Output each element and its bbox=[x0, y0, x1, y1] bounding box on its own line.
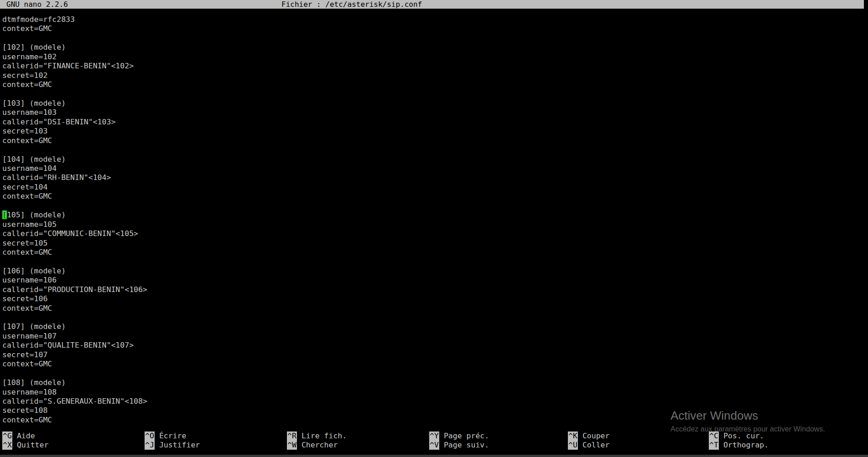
editor-line: callerid="RH-BENIN"<104> bbox=[2, 173, 868, 182]
editor-line: username=106 bbox=[2, 276, 868, 285]
shortcut-key: ^O bbox=[145, 431, 155, 441]
shortcut-item: ^GAide bbox=[2, 431, 35, 441]
editor-line bbox=[2, 145, 868, 154]
editor-line: context=GMC bbox=[2, 248, 868, 257]
shortcut-label: Chercher bbox=[301, 441, 338, 449]
shortcut-label: Couper bbox=[582, 431, 610, 440]
shortcut-key: ^Y bbox=[429, 431, 439, 441]
shortcut-item: ^RLire fich. bbox=[287, 431, 347, 441]
editor-line: username=102 bbox=[2, 52, 868, 62]
editor-line: callerid="COMMUNIC-BENIN"<105> bbox=[2, 229, 868, 238]
shortcut-item: ^OÉcrire bbox=[145, 431, 186, 441]
shortcut-item: ^XQuitter bbox=[2, 441, 48, 450]
editor-line: context=GMC bbox=[2, 359, 868, 369]
shortcut-item: ^CPos. cur. bbox=[709, 431, 764, 441]
shortcut-item: ^UColler bbox=[568, 441, 609, 450]
editor-line: dtmfmode=rfc2833 bbox=[2, 15, 868, 24]
shortcut-item: ^TOrthograp. bbox=[709, 441, 769, 450]
editor-line: [105] (modele) bbox=[2, 211, 868, 220]
shortcut-label: Lire fich. bbox=[301, 431, 347, 440]
editor-line: context=GMC bbox=[2, 80, 868, 89]
shortcut-label: Quitter bbox=[17, 441, 49, 449]
editor-line: secret=102 bbox=[2, 71, 868, 80]
shortcut-key: ^U bbox=[568, 441, 578, 450]
shortcut-label: Justifier bbox=[159, 441, 200, 449]
editor-line: secret=103 bbox=[2, 127, 868, 136]
editor-line: [102] (modele) bbox=[2, 43, 868, 52]
shortcut-key: ^V bbox=[429, 441, 439, 450]
shortcut-key: ^X bbox=[2, 441, 12, 450]
shortcut-label: Orthograp. bbox=[723, 441, 769, 449]
text-cursor: [ bbox=[2, 211, 7, 219]
editor-line: callerid="S.GENERAUX-BENIN"<108> bbox=[2, 397, 868, 406]
editor-line bbox=[2, 34, 868, 43]
shortcut-label: Écrire bbox=[159, 431, 187, 440]
editor-content[interactable]: dtmfmode=rfc2833context=GMC [102] (model… bbox=[2, 15, 868, 425]
shortcut-key: ^W bbox=[287, 441, 297, 450]
editor-line: callerid="DSI-BENIN"<103> bbox=[2, 118, 868, 127]
editor-line bbox=[2, 201, 868, 211]
shortcut-key: ^G bbox=[2, 431, 12, 441]
taskbar-edge bbox=[0, 455, 868, 457]
editor-line: username=108 bbox=[2, 388, 868, 397]
app-version-label: GNU nano 2.2.6 bbox=[6, 0, 68, 9]
editor-line: secret=106 bbox=[2, 294, 868, 303]
shortcut-item: ^YPage préc. bbox=[429, 431, 489, 441]
editor-line bbox=[2, 257, 868, 266]
editor-line bbox=[2, 369, 868, 378]
editor-line: secret=107 bbox=[2, 350, 868, 359]
shortcut-item: ^VPage suiv. bbox=[429, 441, 489, 450]
nano-title-bar: GNU nano 2.2.6 Fichier : /etc/asterisk/s… bbox=[0, 0, 864, 9]
editor-line: username=104 bbox=[2, 164, 868, 173]
shortcut-label: Aide bbox=[17, 431, 35, 440]
shortcut-label: Coller bbox=[582, 441, 610, 449]
editor-line: [108] (modele) bbox=[2, 378, 868, 387]
editor-line: secret=108 bbox=[2, 406, 868, 415]
editor-line: callerid="PRODUCTION-BENIN"<106> bbox=[2, 285, 868, 294]
editor-line: callerid="FINANCE-BENIN"<102> bbox=[2, 62, 868, 71]
shortcut-item: ^KCouper bbox=[568, 431, 609, 441]
editor-line: context=GMC bbox=[2, 136, 868, 145]
editor-line bbox=[2, 313, 868, 322]
editor-line: username=105 bbox=[2, 220, 868, 229]
shortcut-key: ^K bbox=[568, 431, 578, 441]
editor-line: context=GMC bbox=[2, 24, 868, 33]
editor-line: context=GMC bbox=[2, 192, 868, 201]
shortcut-label: Page préc. bbox=[444, 431, 489, 440]
shortcut-key: ^R bbox=[287, 431, 297, 441]
shortcut-key: ^J bbox=[145, 441, 155, 450]
editor-line: callerid="QUALITE-BENIN"<107> bbox=[2, 341, 868, 350]
shortcut-key: ^T bbox=[709, 441, 719, 450]
editor-line: context=GMC bbox=[2, 416, 868, 425]
editor-line: username=103 bbox=[2, 108, 868, 117]
shortcut-label: Pos. cur. bbox=[723, 431, 764, 440]
shortcut-label: Page suiv. bbox=[444, 441, 489, 449]
watermark-subtitle: Accédez aux paramètres pour activer Wind… bbox=[670, 425, 825, 433]
shortcut-key: ^C bbox=[709, 431, 719, 441]
editor-line: [106] (modele) bbox=[2, 267, 868, 276]
editor-line: [104] (modele) bbox=[2, 155, 868, 164]
editor-line: [103] (modele) bbox=[2, 99, 868, 108]
file-path-label: Fichier : /etc/asterisk/sip.conf bbox=[281, 0, 422, 9]
shortcut-item: ^WChercher bbox=[287, 441, 338, 450]
editor-line: secret=105 bbox=[2, 239, 868, 248]
editor-line: username=107 bbox=[2, 332, 868, 341]
editor-line: secret=104 bbox=[2, 183, 868, 192]
shortcut-item: ^JJustifier bbox=[145, 441, 200, 450]
editor-line: context=GMC bbox=[2, 304, 868, 313]
editor-line: [107] (modele) bbox=[2, 322, 868, 331]
editor-line bbox=[2, 90, 868, 99]
